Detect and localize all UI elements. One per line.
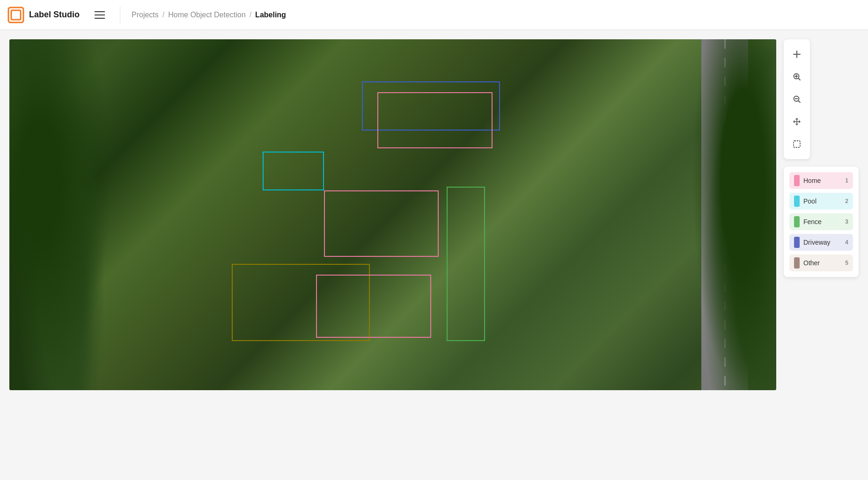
breadcrumb-sep-1: / xyxy=(162,11,164,19)
label-item-home[interactable]: Home1 xyxy=(789,172,853,189)
label-item-other[interactable]: Other5 xyxy=(789,255,853,271)
toolbar xyxy=(784,39,810,159)
add-tool-button[interactable] xyxy=(787,45,806,64)
annotation-box-fence[interactable] xyxy=(447,187,485,341)
label-item-fence[interactable]: Fence3 xyxy=(789,213,853,230)
breadcrumb-project[interactable]: Home Object Detection xyxy=(168,11,245,19)
pan-button[interactable] xyxy=(787,112,806,131)
label-item-pool[interactable]: Pool2 xyxy=(789,193,853,210)
logo-text: Label Studio xyxy=(29,10,80,20)
label-color-fence xyxy=(794,216,800,227)
annotation-box-home-1[interactable] xyxy=(377,92,493,148)
breadcrumb-sep-2: / xyxy=(250,11,251,19)
label-studio-logo xyxy=(7,7,24,23)
plus-icon xyxy=(793,50,801,58)
svg-line-10 xyxy=(799,101,801,103)
label-name-other: Other xyxy=(803,259,841,267)
label-name-pool: Pool xyxy=(803,197,841,205)
label-number-home: 1 xyxy=(845,177,848,184)
trees-left xyxy=(9,39,112,390)
label-number-other: 5 xyxy=(845,260,848,266)
annotation-box-other[interactable] xyxy=(232,264,370,341)
breadcrumb-projects[interactable]: Projects xyxy=(132,11,159,19)
label-name-fence: Fence xyxy=(803,218,841,225)
label-color-home xyxy=(794,175,800,186)
labels-panel: Home1Pool2Fence3Driveway4Other5 xyxy=(784,167,859,277)
app-header: Label Studio Projects / Home Object Dete… xyxy=(0,0,868,30)
label-color-driveway xyxy=(794,237,800,248)
label-name-home: Home xyxy=(803,177,841,184)
label-item-driveway[interactable]: Driveway4 xyxy=(789,234,853,251)
label-number-driveway: 4 xyxy=(845,239,848,246)
label-color-other xyxy=(794,257,800,269)
label-name-driveway: Driveway xyxy=(803,239,841,246)
svg-rect-11 xyxy=(794,141,800,147)
label-number-pool: 2 xyxy=(845,198,848,204)
breadcrumb-current: Labeling xyxy=(255,11,286,19)
canvas-wrapper[interactable] xyxy=(9,39,776,390)
annotation-box-home-2[interactable] xyxy=(324,190,439,257)
hamburger-line-1 xyxy=(95,11,105,12)
breadcrumb: Projects / Home Object Detection / Label… xyxy=(132,11,286,19)
select-icon xyxy=(793,140,801,148)
right-panel: Home1Pool2Fence3Driveway4Other5 xyxy=(784,39,859,277)
logo-area: Label Studio xyxy=(7,7,80,23)
main-content: Home1Pool2Fence3Driveway4Other5 xyxy=(0,30,868,400)
trees-right xyxy=(692,39,776,390)
aerial-image xyxy=(9,39,776,390)
select-button[interactable] xyxy=(787,135,806,153)
label-color-pool xyxy=(794,196,800,207)
label-number-fence: 3 xyxy=(845,218,848,225)
hamburger-line-3 xyxy=(95,18,105,19)
header-divider xyxy=(120,7,120,23)
annotation-box-pool[interactable] xyxy=(263,152,324,190)
zoom-in-button[interactable] xyxy=(787,67,806,86)
zoom-out-icon xyxy=(793,95,801,103)
annotation-box-home-3[interactable] xyxy=(316,275,431,338)
hamburger-button[interactable] xyxy=(91,7,109,22)
zoom-out-button[interactable] xyxy=(787,90,806,109)
annotation-box-driveway[interactable] xyxy=(362,81,500,131)
pan-icon xyxy=(793,117,801,126)
zoom-in-icon xyxy=(793,73,801,81)
svg-line-7 xyxy=(799,79,801,80)
svg-rect-1 xyxy=(11,10,21,20)
hamburger-line-2 xyxy=(95,15,105,15)
